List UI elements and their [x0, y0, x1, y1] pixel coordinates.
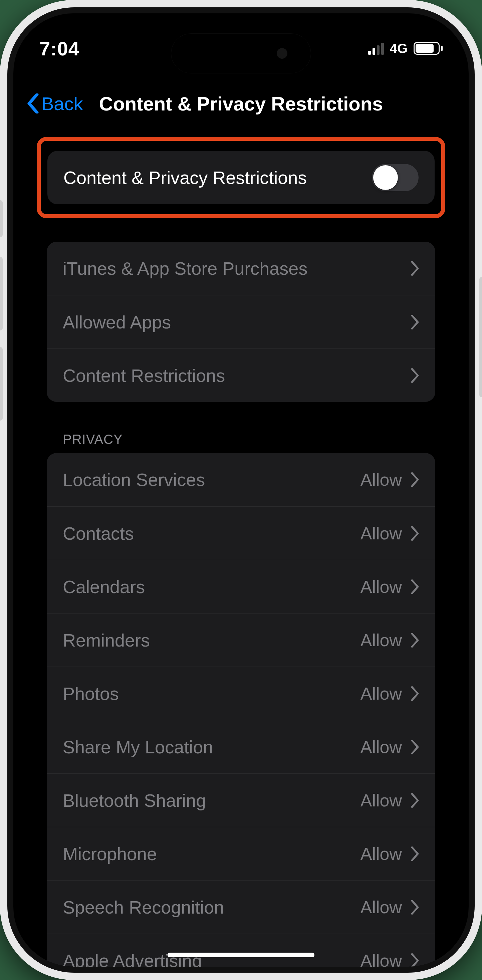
- row-value: Allow: [361, 523, 402, 543]
- row-label: Reminders: [63, 630, 352, 651]
- cellular-signal-icon: [368, 42, 384, 55]
- chevron-right-icon: [410, 261, 419, 276]
- row-label: Content Restrictions: [63, 365, 402, 386]
- content-restrictions-row[interactable]: Content Restrictions: [47, 348, 435, 402]
- row-value: Allow: [361, 791, 402, 810]
- page-title: Content & Privacy Restrictions: [99, 92, 383, 115]
- phone-frame: 7:04 4G Back: [0, 0, 482, 980]
- chevron-left-icon: [27, 94, 40, 113]
- row-label: Microphone: [63, 843, 352, 864]
- content: Content & Privacy Restrictions iTunes & …: [13, 124, 469, 967]
- microphone-row[interactable]: Microphone Allow: [47, 827, 435, 880]
- row-value: Allow: [361, 844, 402, 864]
- highlight-annotation: Content & Privacy Restrictions: [37, 137, 445, 218]
- photos-row[interactable]: Photos Allow: [47, 667, 435, 720]
- allowed-apps-row[interactable]: Allowed Apps: [47, 295, 435, 348]
- chevron-right-icon: [410, 633, 419, 648]
- row-value: Allow: [361, 737, 402, 757]
- chevron-right-icon: [410, 686, 419, 701]
- row-label: Calendars: [63, 576, 352, 597]
- side-button: [479, 277, 482, 397]
- chevron-right-icon: [410, 793, 419, 808]
- side-button: [0, 257, 3, 331]
- share-my-location-row[interactable]: Share My Location Allow: [47, 720, 435, 773]
- row-value: Allow: [361, 630, 402, 650]
- side-button: [0, 200, 3, 237]
- back-button[interactable]: Back: [27, 93, 83, 115]
- location-services-row[interactable]: Location Services Allow: [47, 453, 435, 506]
- row-label: Share My Location: [63, 737, 352, 757]
- chevron-right-icon: [410, 846, 419, 861]
- navigation-bar: Back Content & Privacy Restrictions: [13, 83, 469, 124]
- row-label: Photos: [63, 683, 352, 704]
- row-label: Allowed Apps: [63, 312, 402, 332]
- row-label: Contacts: [63, 523, 352, 544]
- home-indicator[interactable]: [167, 953, 315, 957]
- speech-recognition-row[interactable]: Speech Recognition Allow: [47, 880, 435, 934]
- itunes-appstore-row[interactable]: iTunes & App Store Purchases: [47, 242, 435, 295]
- chevron-right-icon: [410, 579, 419, 594]
- chevron-right-icon: [410, 315, 419, 329]
- chevron-right-icon: [410, 368, 419, 383]
- row-value: Allow: [361, 577, 402, 597]
- privacy-group: Location Services Allow Contacts Allow C…: [47, 453, 435, 967]
- reminders-row[interactable]: Reminders Allow: [47, 613, 435, 667]
- row-label: Speech Recognition: [63, 897, 352, 918]
- chevron-right-icon: [410, 526, 419, 541]
- content-privacy-toggle-row[interactable]: Content & Privacy Restrictions: [48, 151, 434, 204]
- battery-icon: [414, 42, 442, 55]
- screen: 7:04 4G Back: [13, 13, 469, 967]
- content-privacy-toggle[interactable]: [372, 164, 418, 191]
- chevron-right-icon: [410, 900, 419, 915]
- status-time: 7:04: [40, 37, 80, 60]
- side-button: [0, 347, 3, 421]
- back-label: Back: [41, 93, 83, 115]
- row-label: Bluetooth Sharing: [63, 790, 352, 811]
- row-value: Allow: [361, 897, 402, 917]
- dynamic-island: [171, 33, 311, 73]
- apple-advertising-row[interactable]: Apple Advertising Allow: [47, 934, 435, 967]
- chevron-right-icon: [410, 472, 419, 487]
- row-label: iTunes & App Store Purchases: [63, 258, 402, 279]
- row-value: Allow: [361, 951, 402, 967]
- contacts-row[interactable]: Contacts Allow: [47, 506, 435, 560]
- row-label: Location Services: [63, 469, 352, 490]
- row-value: Allow: [361, 684, 402, 704]
- row-value: Allow: [361, 469, 402, 490]
- bluetooth-sharing-row[interactable]: Bluetooth Sharing Allow: [47, 773, 435, 827]
- chevron-right-icon: [410, 740, 419, 754]
- chevron-right-icon: [410, 953, 419, 967]
- network-label: 4G: [390, 41, 407, 56]
- toggle-label: Content & Privacy Restrictions: [64, 167, 363, 188]
- privacy-section-header: Privacy: [47, 432, 435, 447]
- settings-group: iTunes & App Store Purchases Allowed App…: [47, 242, 435, 402]
- calendars-row[interactable]: Calendars Allow: [47, 560, 435, 613]
